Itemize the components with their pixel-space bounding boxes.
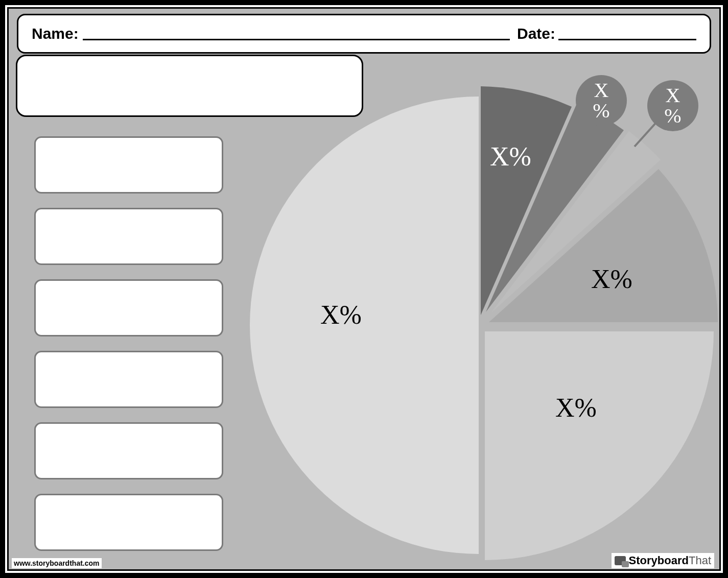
worksheet-inner-frame: Name: Date: — [7, 7, 721, 571]
callout-badge-1: X % — [576, 75, 627, 126]
storyboard-logo-icon — [615, 556, 626, 565]
pie-chart-svg — [239, 85, 719, 565]
pie-slice-1 — [250, 97, 479, 554]
date-blank-line[interactable] — [558, 39, 696, 40]
footer-url: www.storyboardthat.com — [12, 558, 102, 568]
brand-bold: Storyboard — [629, 554, 689, 567]
callout-badge-2-text-pct: % — [664, 106, 681, 126]
legend-box-3[interactable] — [34, 279, 223, 336]
callout-badge-2-text-x: X — [666, 85, 680, 106]
pie-chart: X% X% X% X% X % X % — [239, 85, 719, 565]
callout-badge-1-text-x: X — [594, 80, 609, 101]
name-blank-line[interactable] — [83, 39, 510, 40]
legend-box-2[interactable] — [34, 208, 223, 265]
worksheet-outer-frame: Name: Date: — [0, 0, 728, 578]
legend-box-5[interactable] — [34, 422, 223, 479]
brand-light: That — [689, 554, 711, 567]
callout-badge-1-text-pct: % — [593, 101, 609, 121]
legend-box-6[interactable] — [34, 494, 223, 551]
footer-brand: StoryboardThat — [612, 553, 714, 568]
pie-slice-2 — [485, 331, 714, 560]
legend-box-1[interactable] — [34, 136, 223, 194]
name-label: Name: — [32, 25, 79, 42]
callout-badge-2: X % — [647, 80, 698, 131]
date-label: Date: — [517, 25, 555, 42]
legend-box-4[interactable] — [34, 351, 223, 408]
name-date-header: Name: Date: — [17, 14, 711, 54]
